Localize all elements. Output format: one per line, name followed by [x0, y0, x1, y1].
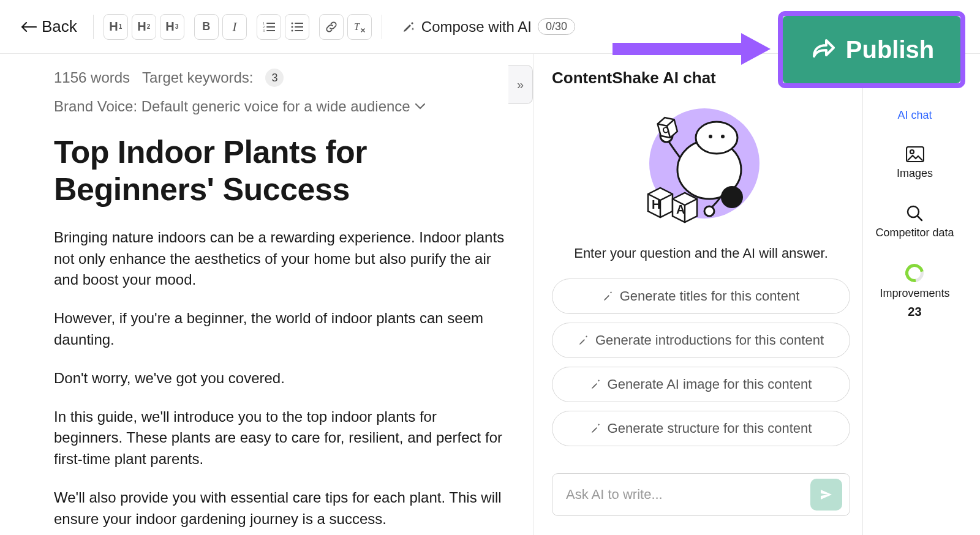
- chat-input-container: [552, 473, 850, 516]
- sparkle-pencil-icon: [590, 423, 601, 434]
- compose-label: Compose with AI: [421, 18, 532, 36]
- chat-input[interactable]: [566, 487, 803, 503]
- nav-improvements[interactable]: Improvements 23: [880, 264, 949, 319]
- paragraph[interactable]: We'll also provide you with essential ca…: [54, 487, 507, 530]
- h1-button[interactable]: H1: [104, 14, 128, 40]
- svg-point-14: [704, 206, 714, 216]
- link-icon: [325, 21, 337, 33]
- compose-usage-badge: 0/30: [538, 18, 575, 35]
- svg-text:H: H: [652, 198, 660, 211]
- italic-button[interactable]: I: [222, 14, 247, 40]
- word-count: 1156 words: [54, 69, 130, 86]
- heading-group: H1 H2 H3: [104, 14, 184, 40]
- nav-label: Images: [897, 167, 933, 180]
- nav-label: AI chat: [897, 109, 932, 122]
- collapse-chat-button[interactable]: »: [508, 65, 533, 104]
- sparkle-pencil-icon: [603, 291, 614, 302]
- paragraph[interactable]: Bringing nature indoors can be a rewardi…: [54, 227, 507, 291]
- svg-point-5: [291, 29, 293, 31]
- svg-point-12: [721, 135, 725, 138]
- suggestion-titles[interactable]: Generate titles for this content: [552, 279, 850, 314]
- article-title[interactable]: Top Indoor Plants for Beginners' Success: [54, 133, 521, 209]
- target-keywords-count[interactable]: 3: [265, 69, 284, 87]
- chat-title: ContentShake AI chat: [552, 69, 850, 88]
- send-icon: [819, 487, 834, 502]
- progress-ring-icon: [902, 260, 928, 286]
- style-group: B I: [194, 14, 247, 40]
- sparkle-pencil-icon: [578, 335, 589, 346]
- meta-row: 1156 words Target keywords: 3: [54, 69, 521, 87]
- nav-label: Improvements: [880, 287, 949, 300]
- compose-ai-button[interactable]: Compose with AI 0/30: [402, 18, 575, 36]
- suggestion-introductions[interactable]: Generate introductions for this content: [552, 323, 850, 358]
- svg-point-19: [910, 150, 914, 154]
- suggestion-label: Generate structure for this content: [608, 421, 812, 436]
- nav-images[interactable]: Images: [897, 146, 933, 180]
- svg-point-10: [696, 122, 737, 154]
- sparkle-pencil-icon: [402, 20, 415, 34]
- ordered-list-icon: 123: [263, 21, 275, 32]
- clear-format-button[interactable]: T: [347, 14, 372, 40]
- nav-label: Competitor data: [875, 226, 954, 239]
- paragraph[interactable]: However, if you're a beginner, the world…: [54, 308, 507, 351]
- target-keywords-label: Target keywords:: [142, 69, 253, 86]
- misc-group: T: [319, 14, 372, 40]
- clear-format-icon: T: [353, 21, 366, 33]
- h2-button[interactable]: H2: [132, 14, 156, 40]
- send-button[interactable]: [810, 479, 842, 511]
- unordered-list-icon: [291, 21, 303, 32]
- h3-button[interactable]: H3: [160, 14, 184, 40]
- paragraph[interactable]: Don't worry, we've got you covered.: [54, 368, 507, 389]
- suggestion-structure[interactable]: Generate structure for this content: [552, 411, 850, 446]
- right-nav: AI chat Images Competitor data Improveme…: [862, 54, 967, 535]
- svg-point-4: [291, 26, 293, 28]
- robot-illustration: H A C: [637, 102, 766, 231]
- improvements-count: 23: [908, 305, 921, 319]
- link-button[interactable]: [319, 14, 344, 40]
- ai-chat-panel: ContentShake AI chat H A C En: [533, 54, 862, 535]
- ordered-list-button[interactable]: 123: [257, 14, 281, 40]
- nav-ai-chat[interactable]: AI chat: [897, 109, 932, 122]
- suggestion-label: Generate titles for this content: [620, 288, 800, 304]
- brand-voice-label: Brand Voice: Default generic voice for a…: [54, 98, 410, 115]
- back-button[interactable]: Back: [15, 13, 83, 40]
- list-group: 123: [257, 14, 309, 40]
- suggestion-label: Generate introductions for this content: [595, 332, 824, 348]
- image-icon: [906, 146, 924, 162]
- chevron-down-icon: [415, 103, 425, 110]
- svg-text:T: T: [354, 21, 360, 32]
- main-area: » 1156 words Target keywords: 3 Brand Vo…: [0, 54, 980, 535]
- toolbar-divider: [382, 15, 382, 39]
- bold-button[interactable]: B: [194, 14, 219, 40]
- svg-point-11: [709, 135, 712, 138]
- toolbar-divider: [93, 15, 94, 39]
- svg-text:A: A: [676, 203, 685, 216]
- suggestion-label: Generate AI image for this content: [608, 376, 812, 392]
- nav-competitor[interactable]: Competitor data: [875, 204, 954, 239]
- arrow-left-icon: [21, 22, 37, 32]
- svg-point-3: [291, 22, 293, 24]
- svg-text:3: 3: [263, 29, 265, 32]
- paragraph[interactable]: In this guide, we'll introduce you to th…: [54, 406, 507, 470]
- unordered-list-button[interactable]: [285, 14, 309, 40]
- back-label: Back: [42, 17, 77, 36]
- sparkle-pencil-icon: [590, 379, 601, 390]
- editor-panel: » 1156 words Target keywords: 3 Brand Vo…: [0, 54, 533, 535]
- brand-voice-selector[interactable]: Brand Voice: Default generic voice for a…: [54, 98, 521, 115]
- suggestion-ai-image[interactable]: Generate AI image for this content: [552, 367, 850, 402]
- search-icon: [906, 204, 923, 222]
- chat-hint: Enter your question and the AI will answ…: [552, 245, 850, 261]
- svg-point-9: [721, 186, 743, 208]
